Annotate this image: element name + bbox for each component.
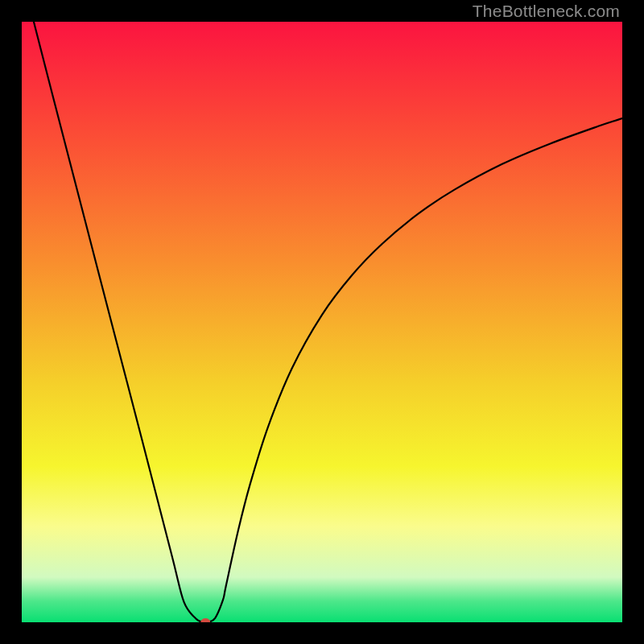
chart-svg [22, 22, 622, 622]
chart-frame: TheBottleneck.com [0, 0, 644, 644]
watermark-text: TheBottleneck.com [473, 2, 620, 21]
chart-plot-area [22, 22, 622, 622]
